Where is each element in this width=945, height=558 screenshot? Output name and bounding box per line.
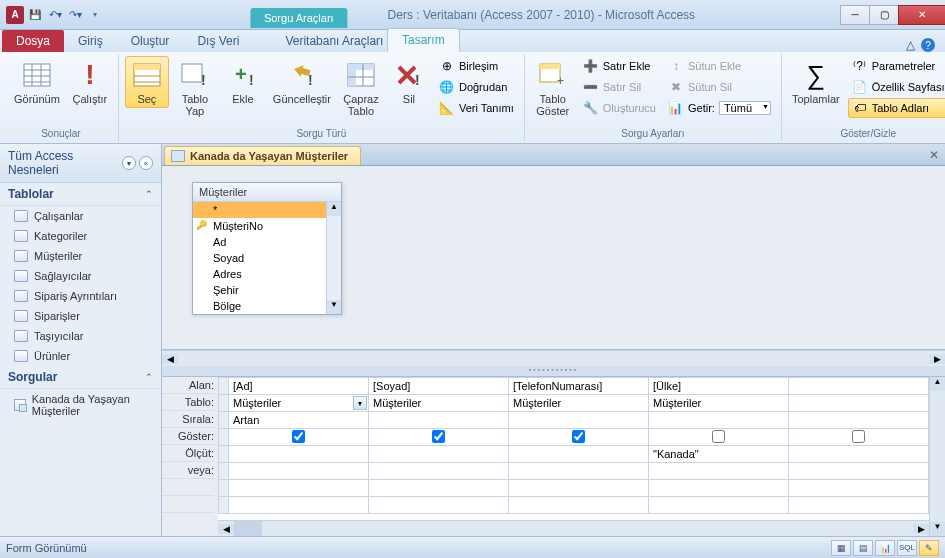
nav-table-item[interactable]: Müşteriler [0,246,161,266]
grid-cell[interactable] [509,497,649,514]
append-button[interactable]: +! Ekle [221,56,265,108]
nav-table-item[interactable]: Sağlayıcılar [0,266,161,286]
nav-section-queries[interactable]: Sorgular⌃ [0,366,161,389]
tab-design[interactable]: Tasarım [387,28,460,52]
ribbon-minimize-icon[interactable]: △ [906,38,915,52]
field-item[interactable]: Ad [193,234,326,250]
tab-create[interactable]: Oluştur [117,30,184,52]
grid-cell[interactable] [509,412,649,429]
grid-cell[interactable]: [Ülke] [649,378,789,395]
qat-customize-icon[interactable]: ▾ [86,6,104,24]
grid-vscroll[interactable]: ▲ ▼ [929,377,945,536]
field-list-scrollbar[interactable]: ▲ ▼ [326,202,341,314]
field-item[interactable]: MüşteriNo [193,218,326,234]
app-icon[interactable]: A [6,6,24,24]
field-item[interactable]: Bölge [193,298,326,314]
return-combo[interactable]: Tümü▼ [719,101,771,115]
update-button[interactable]: ! Güncelleştir [269,56,335,108]
grid-cell[interactable] [229,429,369,446]
close-button[interactable]: ✕ [898,5,945,25]
insert-row-button[interactable]: ➕Satır Ekle [579,56,660,76]
grid-hscroll[interactable]: ◀ ▶ [218,520,929,536]
field-item[interactable]: Soyad [193,250,326,266]
grid-cell[interactable] [789,429,929,446]
scroll-down-icon[interactable]: ▼ [327,300,341,314]
grid-cell[interactable] [369,480,509,497]
grid-cell[interactable] [649,412,789,429]
pivot-view-button[interactable]: ▤ [853,540,873,556]
grid-table[interactable]: [Ad][Soyad][TelefonNumarası][Ülke]Müşter… [218,377,929,514]
show-table-button[interactable]: + Tablo Göster [531,56,575,120]
passthrough-button[interactable]: 🌐Doğrudan [435,77,518,97]
delete-button[interactable]: ! Sil [387,56,431,108]
grid-cell[interactable] [229,463,369,480]
grid-cell[interactable] [229,446,369,463]
grid-cell[interactable] [509,429,649,446]
parameters-button[interactable]: ⁽?⁾Parametreler [848,56,945,76]
select-query-button[interactable]: Seç [125,56,169,108]
show-checkbox[interactable] [712,430,725,443]
grid-cell[interactable] [229,480,369,497]
grid-cell[interactable] [369,429,509,446]
scroll-left-icon[interactable]: ◀ [218,524,234,534]
redo-icon[interactable]: ↷▾ [66,6,84,24]
grid-cell[interactable]: Müşteriler [369,395,509,412]
grid-cell[interactable] [789,378,929,395]
crosstab-button[interactable]: Çapraz Tablo [339,56,383,120]
show-checkbox[interactable] [292,430,305,443]
propsheet-button[interactable]: 📄Özellik Sayfası [848,77,945,97]
scroll-down-icon[interactable]: ▼ [930,522,945,536]
grid-cell[interactable] [369,446,509,463]
grid-cell[interactable] [789,497,929,514]
grid-cell[interactable]: Müşteriler [649,395,789,412]
grid-cell[interactable] [509,480,649,497]
grid-cell[interactable] [649,497,789,514]
nav-header[interactable]: Tüm Access Nesneleri ▾ « [0,144,161,183]
scroll-left-icon[interactable]: ◀ [162,354,178,364]
totals-button[interactable]: ∑ Toplamlar [788,56,844,108]
field-item[interactable]: * [193,202,326,218]
grid-cell[interactable]: [Ad] [229,378,369,395]
grid-cell[interactable] [509,446,649,463]
design-view-button[interactable]: ✎ [919,540,939,556]
grid-cell[interactable] [229,497,369,514]
maximize-button[interactable]: ▢ [869,5,899,25]
scroll-up-icon[interactable]: ▲ [930,377,945,391]
grid-cell[interactable] [789,395,929,412]
show-checkbox[interactable] [852,430,865,443]
tab-file[interactable]: Dosya [2,30,64,52]
dropdown-icon[interactable]: ▼ [353,396,367,410]
tab-home[interactable]: Giriş [64,30,117,52]
grid-cell[interactable]: Müşteriler▼ [229,395,369,412]
grid-cell[interactable]: "Kanada" [649,446,789,463]
grid-cell[interactable]: Artan [229,412,369,429]
view-button[interactable]: Görünüm [10,56,64,108]
union-button[interactable]: ⊕Birleşim [435,56,518,76]
grid-cell[interactable]: [TelefonNumarası] [509,378,649,395]
grid-cell[interactable] [369,412,509,429]
grid-cell[interactable] [789,480,929,497]
help-icon[interactable]: ? [921,38,935,52]
sql-view-button[interactable]: SQL [897,540,917,556]
nav-table-item[interactable]: Kategoriler [0,226,161,246]
grid-cell[interactable] [649,429,789,446]
nav-table-item[interactable]: Taşıyıcılar [0,326,161,346]
scroll-thumb[interactable] [234,521,262,536]
chart-view-button[interactable]: 📊 [875,540,895,556]
return-rows[interactable]: 📊Getir: Tümü▼ [664,98,775,118]
field-list[interactable]: Müşteriler *MüşteriNoAdSoyadAdresŞehirBö… [192,182,342,315]
grid-cell[interactable]: Müşteriler [509,395,649,412]
tablenames-button[interactable]: 🏷Tablo Adları [848,98,945,118]
table-diagram-area[interactable]: Müşteriler *MüşteriNoAdSoyadAdresŞehirBö… [162,166,945,350]
nav-query-item[interactable]: Kanada da Yaşayan Müşteriler [0,389,161,421]
grid-cell[interactable] [369,463,509,480]
nav-section-tables[interactable]: Tablolar⌃ [0,183,161,206]
save-icon[interactable]: 💾 [26,6,44,24]
grid-cell[interactable] [789,463,929,480]
datadef-button[interactable]: 📐Veri Tanımı [435,98,518,118]
tab-external-data[interactable]: Dış Veri [183,30,253,52]
nav-table-item[interactable]: Ürünler [0,346,161,366]
grid-cell[interactable]: [Soyad] [369,378,509,395]
nav-table-item[interactable]: Çalışanlar [0,206,161,226]
scroll-right-icon[interactable]: ▶ [913,524,929,534]
